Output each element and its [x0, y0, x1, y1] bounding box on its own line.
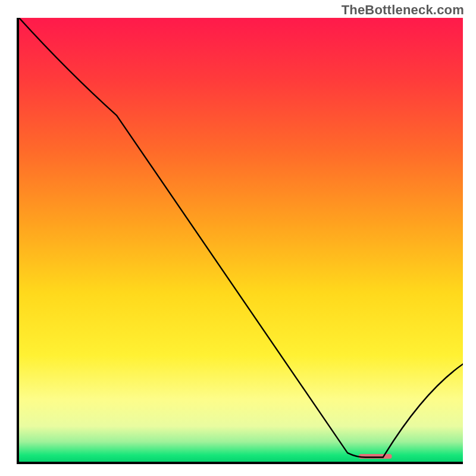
watermark-text: TheBottleneck.com: [342, 2, 464, 18]
gradient-background: [19, 18, 463, 462]
plot-axes: [17, 18, 463, 464]
chart-frame: TheBottleneck.com: [0, 0, 476, 476]
optimal-range-marker: [359, 454, 392, 459]
chart-svg: [19, 18, 463, 462]
plot-area: [19, 18, 463, 462]
